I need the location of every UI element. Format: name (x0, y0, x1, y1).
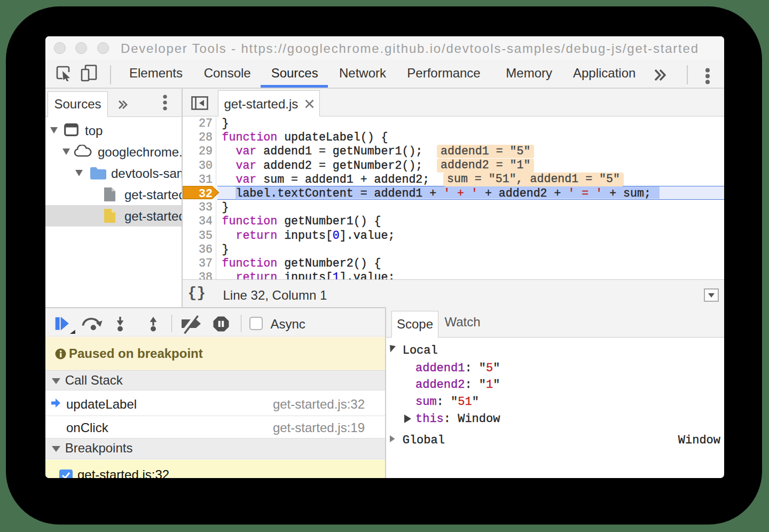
svg-text:32: 32 (199, 187, 213, 199)
